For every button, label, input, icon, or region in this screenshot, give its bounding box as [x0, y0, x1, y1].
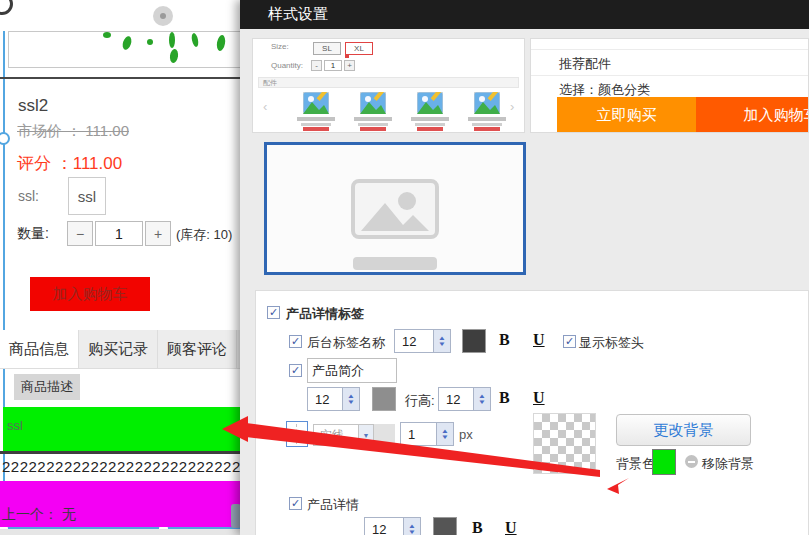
- chevron-down-icon[interactable]: ▼: [359, 424, 374, 446]
- line-height-label: 行高:: [405, 392, 435, 410]
- spinner-arrows-icon[interactable]: ▲▼: [403, 518, 420, 535]
- buy-now-button[interactable]: 立即购买: [557, 97, 696, 133]
- bg-color-swatch[interactable]: [652, 449, 676, 475]
- preview-card-left: Size: SL XL Quantity: - 1 + 配件 ‹ ›: [252, 38, 525, 133]
- subtab-description[interactable]: 商品描述: [14, 374, 80, 400]
- underline-button-2[interactable]: U: [533, 389, 545, 407]
- remove-bg-label[interactable]: 移除背景: [702, 455, 754, 473]
- dialog-titlebar[interactable]: 样式设置: [240, 0, 809, 29]
- qty-minus-button[interactable]: −: [67, 221, 93, 246]
- font-size-spinner-2[interactable]: 12 ▲▼: [307, 387, 360, 411]
- accessory-thumb[interactable]: [291, 92, 341, 132]
- accessories-bar: 配件: [258, 77, 519, 88]
- qty-input[interactable]: [95, 221, 143, 246]
- preview-quantity-label: Quantity:: [271, 61, 303, 70]
- bold-button-2[interactable]: B: [499, 389, 510, 407]
- px-label: px: [459, 427, 473, 442]
- qty-plus-button[interactable]: +: [145, 221, 171, 246]
- size-option-sl[interactable]: SL: [313, 42, 341, 55]
- product-detail-label: 产品详情: [307, 496, 359, 514]
- paint-preview-box: [8, 31, 242, 68]
- checkbox-border[interactable]: [286, 421, 308, 447]
- intro-name-input[interactable]: [307, 358, 397, 383]
- placeholder-pill: [353, 257, 437, 270]
- product-rating: 评分 ：111.00: [17, 152, 122, 175]
- green-paint-dabs: [9, 32, 241, 67]
- rotate-handle[interactable]: [153, 6, 173, 26]
- market-price: 市场价 ： 111.00: [17, 122, 129, 141]
- option-ssl-button[interactable]: ssl: [68, 177, 106, 215]
- option-label: ssl:: [18, 188, 39, 204]
- add-to-cart-button[interactable]: 加入购物车: [30, 277, 150, 311]
- tab-purchase-records[interactable]: 购买记录: [79, 330, 158, 368]
- detail-tabs-label: 产品详情标签: [286, 305, 364, 323]
- rating-label: 评分 ：: [17, 154, 73, 173]
- checkbox-show-tab-head[interactable]: ✓: [563, 335, 576, 348]
- green-description-block[interactable]: ssl: [3, 407, 240, 451]
- size-option-xl[interactable]: XL: [345, 42, 373, 55]
- preview-card-right: 推荐配件 选择：颜色分类 立即购买 加入购物车: [530, 38, 809, 133]
- magenta-footer-block[interactable]: 上一个： 无: [0, 481, 240, 527]
- checkbox-backend-tab-name[interactable]: ✓: [289, 335, 302, 348]
- bg-color-label: 背景色: [616, 455, 655, 473]
- font-color-swatch-2[interactable]: [372, 387, 396, 411]
- accessory-thumb[interactable]: [348, 92, 398, 132]
- font-size-spinner-1[interactable]: 12 ▲▼: [394, 329, 451, 353]
- checkbox-detail-tabs[interactable]: ✓: [267, 306, 280, 319]
- border-style-dropdown[interactable]: 实线 ▼: [313, 424, 374, 446]
- stock-text: (库存: 10): [176, 226, 232, 244]
- style-form-panel: ✓ 产品详情标签 ✓ 后台标签名称 12 ▲▼ B U ✓ 显示标签头 ✓ 12…: [255, 290, 809, 535]
- font-size-spinner-3[interactable]: 12 ▲▼: [364, 517, 421, 535]
- checkbox-product-detail[interactable]: ✓: [289, 497, 302, 510]
- checkbox-intro[interactable]: ✓: [289, 364, 302, 377]
- style-settings-dialog: 样式设置 Size: SL XL Quantity: - 1 + 配件 ‹ ›: [240, 0, 809, 535]
- accessory-thumb[interactable]: [462, 92, 512, 132]
- accessory-thumb[interactable]: [405, 92, 455, 132]
- underline-button-1[interactable]: U: [533, 331, 545, 349]
- product-page: ssl2 市场价 ： 111.00 评分 ：111.00 ssl: ssl 数量…: [0, 0, 240, 535]
- border-width-spinner[interactable]: 1 ▲▼: [400, 422, 454, 446]
- bold-button-1[interactable]: B: [499, 331, 510, 349]
- preview-qty-value[interactable]: 1: [324, 60, 342, 71]
- show-tab-head-label: 显示标签头: [579, 334, 644, 352]
- line-height-spinner[interactable]: 12 ▲▼: [438, 387, 491, 411]
- thumb-image: [417, 92, 443, 114]
- accessories-label: 配件: [263, 78, 277, 88]
- image-placeholder[interactable]: [264, 142, 526, 275]
- section-divider: [0, 77, 240, 79]
- backend-tab-name-label: 后台标签名称: [307, 334, 385, 352]
- dialog-title: 样式设置: [268, 5, 328, 24]
- border-color-swatch[interactable]: [374, 424, 395, 446]
- spinner-arrows-icon[interactable]: ▲▼: [433, 330, 450, 352]
- underline-button-3[interactable]: U: [505, 519, 517, 535]
- spinner-arrows-icon[interactable]: ▲▼: [436, 423, 453, 445]
- selection-handle-mid-left[interactable]: [0, 132, 10, 145]
- qty-label: 数量:: [17, 225, 49, 243]
- bold-button-3[interactable]: B: [472, 519, 483, 535]
- preview-qty-plus[interactable]: +: [344, 60, 355, 71]
- font-color-swatch-1[interactable]: [462, 329, 486, 353]
- prev-link-text: 上一个： 无: [2, 506, 76, 524]
- transparency-checkerboard: [533, 413, 596, 474]
- preview-qty-minus[interactable]: -: [311, 60, 322, 71]
- preview-add-cart-button[interactable]: 加入购物车: [696, 97, 809, 133]
- screen: ssl2 市场价 ： 111.00 评分 ：111.00 ssl: ssl 数量…: [0, 0, 809, 535]
- font-color-swatch-3[interactable]: [433, 517, 457, 535]
- product-title: ssl2: [18, 96, 48, 116]
- dark-divider: [0, 451, 240, 454]
- thumb-image: [303, 92, 329, 114]
- rating-value: 111.00: [73, 154, 122, 173]
- image-icon: [351, 179, 439, 239]
- change-background-button[interactable]: 更改背景: [616, 414, 751, 446]
- corner-arc: [0, 0, 13, 15]
- carousel-prev-icon[interactable]: ‹: [263, 99, 267, 114]
- size-selected-badge: [345, 54, 349, 58]
- product-tabbar: 商品信息 购买记录 顾客评论 买: [0, 330, 240, 369]
- remove-bg-minus-icon[interactable]: [685, 455, 698, 468]
- tab-customer-reviews[interactable]: 顾客评论: [158, 330, 237, 368]
- tab-product-info[interactable]: 商品信息: [0, 330, 79, 368]
- spinner-arrows-icon[interactable]: ▲▼: [473, 388, 490, 410]
- spinner-arrows-icon[interactable]: ▲▼: [342, 388, 359, 410]
- bottom-strip: [0, 529, 240, 535]
- size-label: Size:: [271, 42, 289, 51]
